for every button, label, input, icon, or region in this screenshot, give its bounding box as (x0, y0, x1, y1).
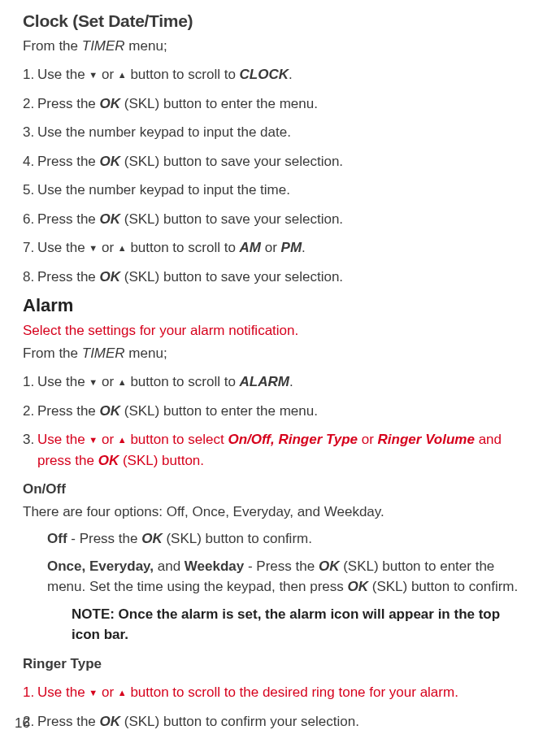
ok: OK (100, 211, 121, 227)
text: . (289, 67, 293, 82)
text: or (98, 67, 118, 82)
off-label: Off (47, 531, 67, 546)
step-num: 8. (23, 267, 37, 288)
timer-emph: TIMER (82, 345, 125, 361)
text: or (358, 432, 378, 447)
text: (SKL) button to confirm your selection. (120, 714, 359, 729)
text: (SKL) button to save your selection. (120, 211, 343, 227)
step-body: Use the number keypad to input the date. (37, 122, 520, 143)
step-body: Press the OK (SKL) button to enter the m… (37, 401, 520, 422)
alarm-redline: Select the settings for your alarm notif… (23, 320, 520, 341)
step-num: 6. (23, 209, 37, 230)
text: - Press the (244, 558, 319, 574)
step-body: Press the OK (SKL) button to confirm you… (37, 711, 520, 732)
clock-step-4: 4. Press the OK (SKL) button to save you… (23, 151, 520, 172)
text: button to scroll to (127, 374, 240, 389)
text: or (98, 432, 118, 447)
onoff-heading: On/Off (23, 479, 520, 500)
opt1: On/Off, Ringer Type (228, 432, 358, 447)
step-body: Press the OK (SKL) button to save your s… (37, 267, 520, 288)
text: Use the (37, 374, 89, 389)
text: Press the (37, 211, 100, 227)
ok: OK (100, 154, 121, 169)
step-num: 3. (23, 122, 37, 143)
timer-emph: TIMER (82, 38, 125, 54)
text: menu; (125, 38, 167, 54)
ok: OK (98, 453, 119, 468)
arrow-down-icon: ▼ (89, 71, 98, 80)
text: (SKL) button to confirm. (368, 579, 518, 594)
target: AM (240, 240, 261, 255)
ok: OK (348, 579, 369, 594)
text: Use the (37, 67, 89, 82)
alarm-step-3: 3. Use the ▼ or ▲ button to select On/Of… (23, 429, 520, 471)
text: (SKL) button to confirm. (163, 531, 312, 546)
arrow-down-icon: ▼ (89, 689, 98, 697)
arrow-up-icon: ▲ (118, 71, 127, 80)
text: Press the (37, 269, 100, 285)
alarm-from-menu: From the TIMER menu; (23, 343, 520, 364)
clock-step-2: 2. Press the OK (SKL) button to enter th… (23, 93, 520, 115)
clock-step-1: 1. Use the ▼ or ▲ button to scroll to CL… (23, 64, 520, 85)
text: (SKL) button to enter the menu. (120, 96, 318, 111)
text: button to scroll to (127, 240, 240, 255)
onoff-note: NOTE: Once the alarm is set, the alarm i… (72, 604, 520, 645)
arrow-down-icon: ▼ (89, 244, 98, 253)
text: and (154, 558, 185, 574)
alarm-step-2: 2. Press the OK (SKL) button to enter th… (23, 401, 520, 422)
step-num: 1. (23, 682, 37, 703)
ok: OK (319, 558, 340, 574)
text: (SKL) button to save your selection. (120, 269, 343, 285)
step-num: 2. (23, 93, 37, 115)
step-num: 2. (23, 401, 37, 422)
arrow-down-icon: ▼ (89, 436, 98, 445)
step-body: Press the OK (SKL) button to enter the m… (37, 93, 520, 115)
ok: OK (100, 714, 121, 729)
text: Press the (37, 154, 100, 169)
step-body: Press the OK (SKL) button to save your s… (37, 209, 520, 230)
text: From the (23, 345, 82, 361)
arrow-down-icon: ▼ (89, 378, 98, 387)
ok: OK (100, 403, 121, 419)
onoff-rest-line: Once, Everyday, and Weekday - Press the … (47, 556, 520, 597)
text: . (289, 374, 293, 389)
ok: OK (100, 96, 121, 111)
text: button to select (127, 432, 228, 447)
text: or (261, 240, 281, 255)
arrow-up-icon: ▲ (118, 244, 127, 253)
text: (SKL) button to enter the menu. (120, 403, 318, 419)
ringer-heading: Ringer Type (23, 654, 520, 675)
step-num: 5. (23, 180, 37, 201)
text: From the (23, 38, 82, 54)
text: or (98, 684, 118, 700)
text: Press the (37, 96, 100, 111)
clock-step-8: 8. Press the OK (SKL) button to save you… (23, 267, 520, 288)
text: Use the (37, 240, 89, 255)
text: button to scroll to the desired ring ton… (127, 684, 458, 700)
text: (SKL) button. (119, 453, 204, 468)
text: Use the (37, 684, 89, 700)
clock-step-7: 7. Use the ▼ or ▲ button to scroll to AM… (23, 237, 520, 259)
arrow-up-icon: ▲ (118, 436, 127, 445)
step-num: 3. (23, 429, 37, 471)
rest-label: Once, Everyday, (47, 558, 154, 574)
step-body: Use the number keypad to input the time. (37, 180, 520, 201)
step-body: Use the ▼ or ▲ button to scroll to CLOCK… (37, 64, 520, 85)
text: or (98, 240, 118, 255)
clock-heading: Clock (Set Date/Time) (23, 8, 520, 34)
alarm-step-1: 1. Use the ▼ or ▲ button to scroll to AL… (23, 371, 520, 393)
text: - Press the (67, 531, 142, 546)
page-number: 16 (15, 713, 30, 734)
text: . (302, 240, 306, 255)
ok: OK (141, 531, 163, 546)
clock-step-5: 5. Use the number keypad to input the ti… (23, 180, 520, 201)
step-num: 7. (23, 237, 37, 259)
clock-step-3: 3. Use the number keypad to input the da… (23, 122, 520, 143)
step-num: 1. (23, 64, 37, 85)
step-body: Use the ▼ or ▲ button to scroll to the d… (37, 682, 520, 703)
text: Use the (37, 432, 89, 447)
step-num: 1. (23, 371, 37, 393)
opt2: Ringer Volume (378, 432, 475, 447)
ringer-step-1: 1. Use the ▼ or ▲ button to scroll to th… (23, 682, 520, 703)
step-body: Press the OK (SKL) button to save your s… (37, 151, 520, 172)
